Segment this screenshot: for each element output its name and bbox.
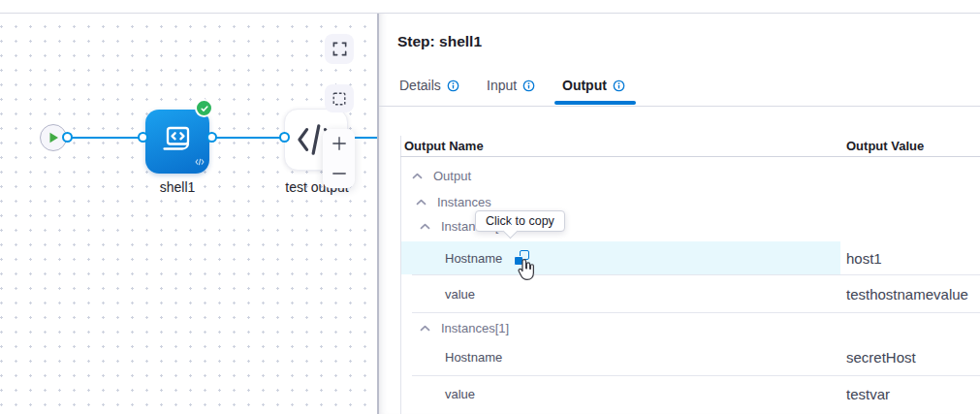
tree-group-label: Instances[1]	[441, 321, 509, 335]
info-icon[interactable]	[447, 80, 459, 92]
table-row-hostname-1[interactable]: Hostname secretHost	[379, 340, 980, 373]
tree-group-label: Output	[433, 169, 471, 183]
copy-tooltip: Click to copy	[475, 210, 565, 232]
step-details-panel: Step: shell1 Details Input Output	[379, 14, 980, 414]
marquee-select-icon	[332, 91, 347, 107]
shell1-out-port[interactable]	[206, 132, 217, 143]
output-value[interactable]: secretHost	[846, 349, 916, 366]
node-shell1[interactable]	[145, 110, 209, 174]
shell1-in-port[interactable]	[138, 132, 148, 143]
tab-input-label: Input	[487, 78, 517, 93]
hand-cursor-icon	[515, 258, 537, 286]
table-row-value-0[interactable]: value testhostnamevalue	[379, 275, 980, 312]
marquee-select-button[interactable]	[325, 84, 354, 112]
zoom-in-button[interactable]	[323, 129, 355, 159]
header-divider	[400, 156, 980, 157]
copy-tooltip-text: Click to copy	[486, 214, 554, 228]
active-tab-indicator	[554, 101, 636, 105]
zoom-out-button[interactable]	[323, 159, 355, 189]
zoom-controls	[323, 129, 355, 188]
expand-icon	[332, 41, 348, 57]
output-value[interactable]: testhostnamevalue	[846, 286, 968, 303]
info-icon[interactable]	[613, 80, 625, 92]
tree-row-instances-1[interactable]: Instances[1]	[379, 314, 980, 341]
app-window: shell1 test output	[0, 0, 980, 414]
tree-row-instances[interactable]: Instances	[379, 188, 980, 215]
zoom-out-icon	[332, 166, 347, 181]
output-name-label: value	[445, 287, 475, 302]
tree-group-label: Instances	[437, 195, 491, 209]
column-header-output-name: Output Name	[404, 139, 484, 153]
info-icon[interactable]	[522, 80, 535, 92]
tree-row-instances-0[interactable]: Instances[0]	[379, 212, 980, 239]
fit-to-screen-button[interactable]	[325, 34, 354, 64]
table-row-value-1[interactable]: value testvar	[379, 376, 980, 411]
chevron-up-icon[interactable]	[412, 173, 423, 179]
top-toolbar-edge	[0, 0, 980, 14]
shell-script-icon	[159, 125, 196, 158]
start-node-out-port[interactable]	[62, 132, 73, 143]
tab-input[interactable]: Input	[487, 78, 535, 93]
test-output-in-port[interactable]	[279, 132, 290, 143]
output-name-label: Hostname	[445, 251, 502, 266]
column-header-output-value: Output Value	[846, 139, 924, 153]
chevron-up-icon[interactable]	[416, 199, 427, 206]
tab-output[interactable]: Output	[562, 78, 625, 93]
tabs-separator	[379, 106, 980, 107]
zoom-in-icon	[332, 136, 347, 151]
output-name-label: value	[445, 387, 475, 401]
play-icon	[48, 132, 59, 143]
tab-details-label: Details	[399, 78, 441, 93]
chevron-up-icon[interactable]	[420, 325, 430, 332]
row-divider	[412, 312, 980, 313]
output-value[interactable]: testvar	[846, 386, 890, 402]
edge-shell1-to-test-output	[213, 137, 285, 139]
output-name-label: Hostname	[445, 350, 502, 365]
tab-details[interactable]: Details	[399, 78, 459, 93]
table-row-hostname-0[interactable]: Hostname host1	[379, 241, 980, 274]
check-icon	[200, 104, 209, 113]
edge-start-to-shell1	[72, 137, 143, 139]
tab-output-label: Output	[562, 78, 607, 93]
panel-title: Step: shell1	[397, 33, 482, 50]
tree-row-output[interactable]: Output	[379, 162, 980, 189]
output-value[interactable]: host1	[846, 250, 882, 267]
chevron-up-icon[interactable]	[420, 223, 430, 230]
workflow-canvas[interactable]: shell1 test output	[0, 14, 379, 414]
success-badge	[195, 99, 213, 117]
code-mini-icon	[195, 152, 205, 170]
node-label-shell1: shell1	[160, 179, 196, 195]
